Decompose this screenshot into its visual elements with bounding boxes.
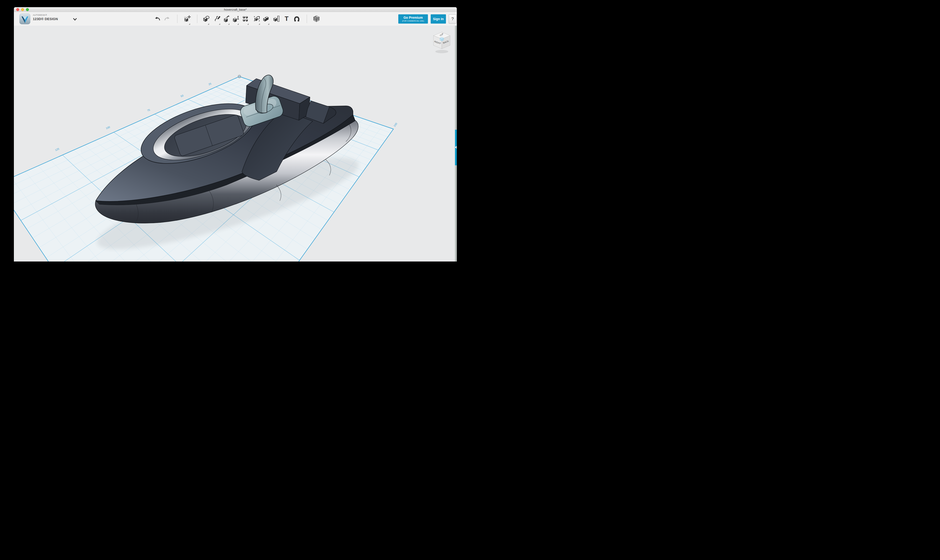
- measure-icon[interactable]: [273, 15, 280, 23]
- toolbar-separator: [177, 15, 177, 23]
- dropdown-corner-icon[interactable]: [228, 23, 230, 25]
- brand-block: AUTODESK® 123D® DESIGN: [33, 14, 58, 21]
- dropdown-corner-icon[interactable]: [237, 23, 239, 25]
- grid-axis-label: 100: [393, 122, 398, 128]
- primitives-icon[interactable]: [202, 15, 210, 23]
- dropdown-corner-icon[interactable]: [208, 23, 209, 25]
- grid-axis-label: 125: [55, 147, 60, 151]
- view-layers-icon[interactable]: [313, 15, 321, 23]
- document-title: hovercraft_base*: [14, 7, 457, 12]
- modify-icon[interactable]: [232, 15, 240, 23]
- combine-icon[interactable]: [262, 15, 270, 23]
- sketch-icon[interactable]: [214, 15, 221, 23]
- grid-axis-label: 50: [180, 94, 184, 98]
- dropdown-corner-icon[interactable]: [259, 23, 260, 25]
- dropdown-corner-icon[interactable]: [247, 23, 249, 25]
- undo-icon[interactable]: [153, 15, 161, 23]
- text-icon[interactable]: T: [283, 15, 291, 23]
- svg-text:T: T: [285, 15, 289, 22]
- app-logo-icon[interactable]: [19, 14, 30, 24]
- viewcube[interactable]: TOP RIGHT BACK: [430, 30, 454, 54]
- transform-icon[interactable]: [183, 15, 191, 23]
- app-menu-chevron-icon[interactable]: [73, 18, 77, 20]
- side-panel-toggle[interactable]: [455, 130, 457, 165]
- grid-axis-label: 100: [105, 126, 111, 130]
- titlebar: hovercraft_base*: [14, 7, 457, 12]
- sign-in-button[interactable]: Sign In: [431, 14, 446, 23]
- snap-icon[interactable]: [293, 15, 301, 23]
- toolbar: AUTODESK® 123D® DESIGN T Go Premium (FOR…: [14, 12, 457, 26]
- viewport-canvas[interactable]: 25507510012575100: [14, 26, 457, 262]
- go-premium-label: Go Premium: [398, 16, 428, 19]
- dropdown-corner-icon[interactable]: [189, 23, 190, 25]
- redo-icon[interactable]: [163, 15, 171, 23]
- brand-company: AUTODESK®: [33, 14, 58, 16]
- help-button[interactable]: ?: [449, 14, 456, 23]
- grouping-icon[interactable]: [253, 15, 261, 23]
- app-window: hovercraft_base* AUTODESK® 123D® DESIGN …: [14, 7, 457, 262]
- viewport[interactable]: 25507510012575100: [14, 26, 457, 262]
- dropdown-corner-icon[interactable]: [268, 23, 269, 25]
- go-premium-sublabel: (FOR COMMERCIAL USE): [398, 20, 428, 22]
- toolbar-separator: [307, 15, 307, 23]
- dropdown-corner-icon[interactable]: [219, 23, 220, 25]
- go-premium-button[interactable]: Go Premium (FOR COMMERCIAL USE): [398, 14, 428, 23]
- brand-product: 123D® DESIGN: [33, 17, 58, 21]
- grid-axis-label: 25: [208, 82, 212, 86]
- toolbar-separator: [197, 15, 197, 23]
- chevron-left-icon: [455, 146, 456, 149]
- construct-icon[interactable]: [223, 15, 231, 23]
- pattern-icon[interactable]: [242, 15, 250, 23]
- grid-axis-label: 75: [146, 108, 150, 112]
